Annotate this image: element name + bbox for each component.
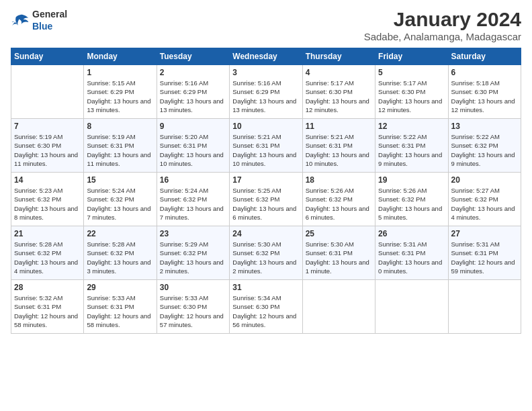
day-number: 25 — [306, 229, 372, 238]
logo-icon — [11, 13, 30, 28]
cell-details: Sunrise: 5:24 AMSunset: 6:32 PMDaylight:… — [87, 186, 153, 222]
cell-details: Sunrise: 5:31 AMSunset: 6:31 PMDaylight:… — [451, 240, 518, 275]
logo: General Blue — [11, 8, 67, 32]
cell-details: Sunrise: 5:29 AMSunset: 6:32 PMDaylight:… — [160, 240, 226, 275]
calendar-cell: 29Sunrise: 5:33 AMSunset: 6:31 PMDayligh… — [84, 280, 157, 334]
day-number: 3 — [232, 68, 299, 77]
location-subtitle: Sadabe, Analamanga, Madagascar — [364, 31, 521, 42]
day-number: 17 — [232, 175, 299, 185]
day-number: 21 — [14, 229, 81, 238]
cell-details: Sunrise: 5:25 AMSunset: 6:32 PMDaylight:… — [232, 186, 299, 222]
header-monday: Monday — [84, 48, 157, 65]
cell-details: Sunrise: 5:27 AMSunset: 6:32 PMDaylight:… — [451, 186, 518, 222]
calendar-cell: 5Sunrise: 5:17 AMSunset: 6:30 PMDaylight… — [375, 65, 448, 119]
cell-details: Sunrise: 5:19 AMSunset: 6:30 PMDaylight:… — [14, 132, 81, 168]
day-number: 13 — [451, 122, 518, 131]
day-number: 30 — [160, 283, 226, 292]
title-block: January 2024 Sadabe, Analamanga, Madagas… — [364, 8, 521, 42]
cell-details: Sunrise: 5:28 AMSunset: 6:32 PMDaylight:… — [87, 240, 153, 275]
calendar-cell: 4Sunrise: 5:17 AMSunset: 6:30 PMDaylight… — [302, 65, 375, 119]
day-number: 5 — [378, 68, 445, 77]
logo-general: General — [32, 9, 67, 19]
day-number: 11 — [306, 122, 372, 131]
cell-details: Sunrise: 5:30 AMSunset: 6:32 PMDaylight:… — [232, 240, 299, 275]
day-number: 8 — [87, 122, 153, 131]
cell-details: Sunrise: 5:21 AMSunset: 6:31 PMDaylight:… — [232, 132, 299, 168]
week-row-3: 21Sunrise: 5:28 AMSunset: 6:32 PMDayligh… — [11, 226, 521, 280]
calendar-cell: 2Sunrise: 5:16 AMSunset: 6:29 PMDaylight… — [157, 65, 229, 119]
calendar-cell: 22Sunrise: 5:28 AMSunset: 6:32 PMDayligh… — [84, 226, 157, 280]
calendar-cell: 16Sunrise: 5:24 AMSunset: 6:32 PMDayligh… — [157, 173, 229, 226]
week-row-0: 1Sunrise: 5:15 AMSunset: 6:29 PMDaylight… — [11, 65, 521, 119]
calendar-cell: 9Sunrise: 5:20 AMSunset: 6:31 PMDaylight… — [157, 119, 229, 173]
day-number: 1 — [87, 68, 153, 77]
day-number: 24 — [232, 229, 299, 238]
cell-details: Sunrise: 5:17 AMSunset: 6:30 PMDaylight:… — [306, 79, 372, 114]
header-thursday: Thursday — [302, 48, 375, 65]
cell-details: Sunrise: 5:26 AMSunset: 6:32 PMDaylight:… — [378, 186, 445, 222]
calendar-cell: 8Sunrise: 5:19 AMSunset: 6:31 PMDaylight… — [84, 119, 157, 173]
day-number: 22 — [87, 229, 153, 238]
calendar-cell — [11, 65, 84, 119]
header-friday: Friday — [375, 48, 448, 65]
cell-details: Sunrise: 5:16 AMSunset: 6:29 PMDaylight:… — [160, 79, 226, 114]
calendar-cell: 21Sunrise: 5:28 AMSunset: 6:32 PMDayligh… — [11, 226, 84, 280]
cell-details: Sunrise: 5:28 AMSunset: 6:32 PMDaylight:… — [14, 240, 81, 275]
day-number: 19 — [378, 175, 445, 185]
cell-details: Sunrise: 5:26 AMSunset: 6:32 PMDaylight:… — [306, 186, 372, 222]
month-title: January 2024 — [364, 8, 521, 31]
calendar-cell: 14Sunrise: 5:23 AMSunset: 6:32 PMDayligh… — [11, 173, 84, 226]
calendar-header: SundayMondayTuesdayWednesdayThursdayFrid… — [11, 48, 521, 65]
calendar-cell: 10Sunrise: 5:21 AMSunset: 6:31 PMDayligh… — [230, 119, 302, 173]
calendar-cell: 17Sunrise: 5:25 AMSunset: 6:32 PMDayligh… — [230, 173, 302, 226]
calendar-cell — [375, 280, 448, 334]
day-number: 31 — [232, 283, 299, 292]
cell-details: Sunrise: 5:34 AMSunset: 6:30 PMDaylight:… — [232, 293, 299, 329]
calendar-cell: 23Sunrise: 5:29 AMSunset: 6:32 PMDayligh… — [157, 226, 229, 280]
calendar-cell — [448, 280, 521, 334]
calendar-cell: 11Sunrise: 5:21 AMSunset: 6:31 PMDayligh… — [302, 119, 375, 173]
day-number: 18 — [306, 175, 372, 185]
week-row-4: 28Sunrise: 5:32 AMSunset: 6:31 PMDayligh… — [11, 280, 521, 334]
calendar-cell: 31Sunrise: 5:34 AMSunset: 6:30 PMDayligh… — [230, 280, 302, 334]
day-number: 28 — [14, 283, 81, 292]
cell-details: Sunrise: 5:31 AMSunset: 6:31 PMDaylight:… — [378, 240, 445, 275]
day-number: 2 — [160, 68, 226, 77]
calendar-cell: 15Sunrise: 5:24 AMSunset: 6:32 PMDayligh… — [84, 173, 157, 226]
calendar-table: SundayMondayTuesdayWednesdayThursdayFrid… — [11, 48, 521, 334]
day-number: 14 — [14, 175, 81, 185]
calendar-cell: 28Sunrise: 5:32 AMSunset: 6:31 PMDayligh… — [11, 280, 84, 334]
cell-details: Sunrise: 5:33 AMSunset: 6:30 PMDaylight:… — [160, 293, 226, 329]
header-sunday: Sunday — [11, 48, 84, 65]
calendar-cell: 19Sunrise: 5:26 AMSunset: 6:32 PMDayligh… — [375, 173, 448, 226]
cell-details: Sunrise: 5:15 AMSunset: 6:29 PMDaylight:… — [87, 79, 153, 114]
day-number: 29 — [87, 283, 153, 292]
cell-details: Sunrise: 5:33 AMSunset: 6:31 PMDaylight:… — [87, 293, 153, 329]
day-number: 10 — [232, 122, 299, 131]
day-number: 16 — [160, 175, 226, 185]
week-row-2: 14Sunrise: 5:23 AMSunset: 6:32 PMDayligh… — [11, 173, 521, 226]
header-wednesday: Wednesday — [230, 48, 302, 65]
cell-details: Sunrise: 5:23 AMSunset: 6:32 PMDaylight:… — [14, 186, 81, 222]
cell-details: Sunrise: 5:22 AMSunset: 6:31 PMDaylight:… — [378, 132, 445, 168]
calendar-cell: 6Sunrise: 5:18 AMSunset: 6:30 PMDaylight… — [448, 65, 521, 119]
cell-details: Sunrise: 5:21 AMSunset: 6:31 PMDaylight:… — [306, 132, 372, 168]
calendar-cell: 25Sunrise: 5:30 AMSunset: 6:31 PMDayligh… — [302, 226, 375, 280]
calendar-cell: 27Sunrise: 5:31 AMSunset: 6:31 PMDayligh… — [448, 226, 521, 280]
cell-details: Sunrise: 5:16 AMSunset: 6:29 PMDaylight:… — [232, 79, 299, 114]
day-number: 20 — [451, 175, 518, 185]
calendar-cell: 24Sunrise: 5:30 AMSunset: 6:32 PMDayligh… — [230, 226, 302, 280]
calendar-cell: 1Sunrise: 5:15 AMSunset: 6:29 PMDaylight… — [84, 65, 157, 119]
day-number: 9 — [160, 122, 226, 131]
week-row-1: 7Sunrise: 5:19 AMSunset: 6:30 PMDaylight… — [11, 119, 521, 173]
logo-blue: Blue — [32, 21, 52, 32]
day-number: 23 — [160, 229, 226, 238]
day-number: 27 — [451, 229, 518, 238]
header-saturday: Saturday — [448, 48, 521, 65]
calendar-cell: 20Sunrise: 5:27 AMSunset: 6:32 PMDayligh… — [448, 173, 521, 226]
day-number: 7 — [14, 122, 81, 131]
calendar-body: 1Sunrise: 5:15 AMSunset: 6:29 PMDaylight… — [11, 65, 521, 334]
day-number: 4 — [306, 68, 372, 77]
calendar-cell: 26Sunrise: 5:31 AMSunset: 6:31 PMDayligh… — [375, 226, 448, 280]
calendar-cell: 18Sunrise: 5:26 AMSunset: 6:32 PMDayligh… — [302, 173, 375, 226]
